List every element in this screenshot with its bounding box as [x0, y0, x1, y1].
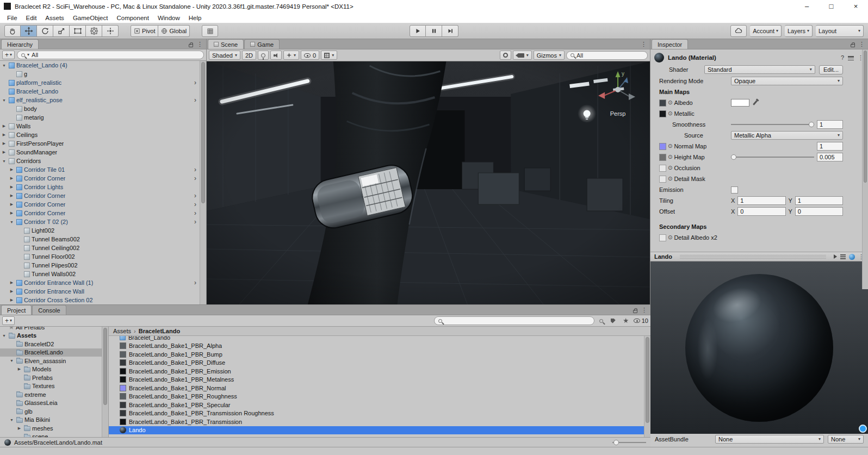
hierarchy-item[interactable]: ▶Ceilings	[0, 130, 200, 139]
tab-inspector[interactable]: Inspector	[652, 39, 688, 49]
hierarchy-item[interactable]: ▶Corridor Entrance Wall (1)›	[0, 278, 200, 287]
expander-closed-icon[interactable]: ▶	[9, 211, 15, 215]
project-folder-item[interactable]: extreme	[0, 390, 102, 399]
normal-scale-field[interactable]: 1	[817, 142, 843, 151]
hierarchy-item[interactable]: ▶SoundManager	[0, 148, 200, 157]
preview-sphere-icon[interactable]	[849, 254, 855, 260]
menu-help[interactable]: Help	[184, 14, 206, 22]
hierarchy-item[interactable]: ▼Corridor T 02 (2)›	[0, 217, 200, 226]
cloud-services-button[interactable]	[730, 25, 747, 37]
smoothness-slider[interactable]	[731, 120, 814, 129]
height-scale-field[interactable]: 0.005	[817, 153, 843, 161]
edit-shader-button[interactable]: Edit...	[819, 65, 843, 74]
expander-open-icon[interactable]: ▼	[1, 334, 7, 338]
asset-item[interactable]: Bracelet_Lando	[109, 336, 644, 342]
expander-closed-icon[interactable]: ▶	[16, 426, 22, 431]
height-scale-slider[interactable]	[731, 153, 814, 161]
hierarchy-item[interactable]: ▶Walls	[0, 122, 200, 130]
hierarchy-item[interactable]: Light002	[0, 226, 200, 235]
scene-camera-dropdown[interactable]: ▾	[513, 51, 532, 60]
scene-visibility-toggle[interactable]: 0	[301, 51, 319, 60]
scene-lighting-toggle[interactable]	[258, 51, 269, 60]
rect-tool-button[interactable]	[70, 25, 86, 37]
project-folder-item[interactable]: ▼Assets	[0, 332, 102, 340]
height-map-thumbnail[interactable]	[659, 154, 666, 161]
expander-closed-icon[interactable]: ▶	[1, 133, 7, 137]
play-button[interactable]	[410, 25, 426, 37]
occlusion-texture-slot[interactable]	[659, 165, 666, 172]
draw-mode-dropdown[interactable]: Shaded▾	[209, 51, 240, 60]
step-button[interactable]	[442, 25, 458, 37]
shader-dropdown[interactable]: Standard▾	[704, 65, 815, 74]
tab-hierarchy[interactable]: Hierarchy	[1, 39, 39, 49]
lock-icon[interactable]	[633, 310, 637, 313]
scene-audio-toggle[interactable]	[270, 51, 282, 60]
object-picker-icon[interactable]: ⊙	[668, 100, 672, 105]
prefab-nav-arrow-icon[interactable]: ›	[194, 166, 196, 173]
pane-menu-icon[interactable]: ⋮	[197, 41, 203, 47]
close-button[interactable]: ×	[844, 0, 868, 13]
expander-closed-icon[interactable]: ▶	[9, 185, 15, 189]
search-store-button[interactable]	[597, 316, 606, 326]
asset-item[interactable]: Lando	[109, 426, 644, 435]
project-folder-item[interactable]: ▼Mia Bikini	[0, 416, 102, 425]
project-folder-item[interactable]: scene	[0, 433, 102, 438]
hierarchy-item[interactable]: Tunnel Piipes002	[0, 261, 200, 270]
menu-component[interactable]: Component	[112, 14, 153, 22]
hierarchy-item[interactable]: ▼elf_realistic_pose›	[0, 96, 200, 104]
scrollbar-thumb[interactable]	[201, 62, 205, 203]
hierarchy-item[interactable]: Tunnel Floor002	[0, 252, 200, 261]
offset-y-field[interactable]: 0	[795, 207, 843, 216]
expander-open-icon[interactable]: ▼	[1, 64, 7, 67]
expander-closed-icon[interactable]: ▶	[16, 367, 22, 371]
menu-file[interactable]: File	[3, 14, 22, 22]
object-picker-icon[interactable]: ⊙	[668, 165, 672, 171]
material-preview-header[interactable]: Lando ⋮	[650, 252, 868, 261]
create-asset-button[interactable]: +▾	[2, 316, 15, 325]
material-preview-area[interactable]	[650, 261, 868, 434]
pause-button[interactable]	[426, 25, 442, 37]
project-search-input[interactable]	[434, 316, 594, 325]
expander-closed-icon[interactable]: ▶	[1, 150, 7, 154]
project-folder-item[interactable]: BraceletD2	[0, 340, 102, 348]
prefab-nav-arrow-icon[interactable]: ›	[194, 192, 196, 199]
preview-play-icon[interactable]	[834, 254, 837, 259]
albedo-texture-thumbnail[interactable]	[659, 99, 666, 107]
breadcrumb-current[interactable]: BraceletLando	[139, 328, 180, 334]
expander-closed-icon[interactable]: ▶	[9, 194, 15, 198]
expander-closed-icon[interactable]: ▶	[9, 281, 15, 285]
project-folder-item[interactable]: ▶Models	[0, 365, 102, 374]
global-toggle-button[interactable]: Global	[158, 25, 190, 37]
hierarchy-item[interactable]: ▶Corridor Corner›	[0, 174, 200, 183]
object-picker-icon[interactable]: ⊙	[668, 176, 672, 182]
hierarchy-item[interactable]: ▼Bracelet_Lando (4)	[0, 61, 200, 70]
layout-dropdown[interactable]: Layout▾	[816, 25, 864, 37]
hierarchy-item[interactable]: metarig	[0, 113, 200, 122]
hierarchy-item[interactable]: ▶Corridor Tile 01›	[0, 165, 200, 174]
expander-open-icon[interactable]: ▼	[9, 418, 15, 422]
expander-closed-icon[interactable]: ▶	[9, 176, 15, 180]
layers-dropdown[interactable]: Layers▾	[785, 25, 813, 37]
project-tree-scrollbar[interactable]	[102, 327, 108, 437]
object-picker-icon[interactable]: ⊙	[668, 111, 672, 116]
hierarchy-scrollbar[interactable]	[200, 61, 206, 304]
prefab-nav-arrow-icon[interactable]: ›	[194, 219, 196, 225]
object-picker-icon[interactable]: ⊙	[668, 144, 672, 149]
preview-layers-icon[interactable]	[840, 254, 846, 259]
assetbundle-name-dropdown[interactable]: None▾	[715, 435, 824, 444]
tab-project[interactable]: Project	[1, 305, 32, 315]
menu-window[interactable]: Window	[153, 14, 184, 22]
scrollbar-thumb[interactable]	[103, 328, 107, 405]
grid-visibility-dropdown[interactable]: ▾	[321, 51, 337, 60]
asset-item[interactable]: BraceletLando_Bake1_PBR_Transmission Rou…	[109, 409, 644, 418]
project-folder-item[interactable]: GlassesLeia	[0, 399, 102, 408]
expander-closed-icon[interactable]: ▶	[9, 298, 15, 302]
pane-menu-icon[interactable]: ⋮	[641, 41, 647, 47]
prefab-nav-arrow-icon[interactable]: ›	[194, 97, 196, 103]
icon-size-slider[interactable]	[612, 439, 646, 446]
detail-albedo-texture-slot[interactable]	[659, 234, 666, 241]
offset-x-field[interactable]: 0	[737, 207, 785, 216]
hand-tool-button[interactable]	[4, 25, 21, 37]
albedo-color-swatch[interactable]	[731, 99, 749, 107]
hierarchy-item[interactable]: ▶Corridor Corner›	[0, 209, 200, 217]
